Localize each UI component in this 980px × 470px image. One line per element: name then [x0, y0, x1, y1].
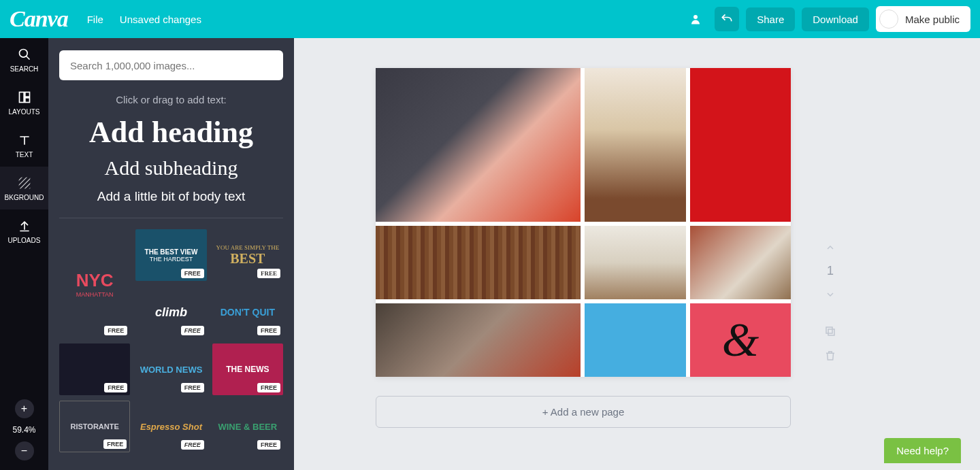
page-up-icon[interactable]: [822, 239, 838, 256]
template-title: NYC: [76, 270, 114, 291]
help-button[interactable]: Need help?: [884, 438, 961, 463]
save-status: Unsaved changes: [120, 14, 201, 25]
free-badge: FREE: [181, 383, 204, 392]
undo-icon[interactable]: [715, 7, 739, 31]
text-template-5[interactable]: FREE: [59, 343, 130, 395]
free-badge: FREE: [181, 440, 204, 450]
download-button[interactable]: Download: [802, 7, 869, 31]
text-template-2[interactable]: BESTYOU ARE SIMPLY THEFREE: [212, 229, 283, 281]
make-public-button[interactable]: Make public: [876, 6, 970, 32]
free-badge: FREE: [104, 383, 127, 392]
rail-layouts-label: LAYOUTS: [9, 108, 40, 116]
template-title: RISTORANTE: [71, 422, 119, 431]
avatar: [879, 10, 898, 29]
template-title: climb: [155, 305, 187, 320]
add-page-button[interactable]: + Add a new page: [376, 396, 791, 428]
canvas-area[interactable]: & + Add a new page 1: [294, 38, 980, 470]
rail-layouts[interactable]: LAYOUTS: [0, 81, 48, 124]
canvas-cell-4[interactable]: [376, 226, 581, 299]
free-badge: FREE: [257, 269, 280, 278]
text-template-12[interactable]: FAIRY STORIESFREE: [135, 458, 206, 470]
template-title: Espresso Shot: [140, 422, 202, 432]
template-subtitle: THE HARDEST: [150, 256, 193, 263]
text-template-0[interactable]: NYCMANHATTANFREE: [59, 229, 130, 338]
svg-rect-3: [19, 93, 24, 103]
svg-rect-4: [24, 93, 29, 97]
template-title: BEST: [230, 251, 265, 267]
page-down-icon[interactable]: [822, 286, 838, 303]
zoom-controls: + 59.4% −: [0, 399, 48, 470]
text-template-11[interactable]: EXHIBITION ON NOWFREE: [59, 458, 130, 470]
delete-page-icon[interactable]: [822, 348, 838, 364]
panel-hint: Click or drag to add text:: [59, 94, 283, 105]
canvas-cell-2[interactable]: [585, 68, 686, 222]
canvas-cell-7[interactable]: [376, 303, 581, 377]
logo[interactable]: Canva: [10, 6, 68, 32]
topbar: Canva File Unsaved changes Share Downloa…: [0, 0, 980, 38]
free-badge: FREE: [181, 269, 204, 278]
add-body-text[interactable]: Add a little bit of body text: [59, 189, 283, 204]
rail-search[interactable]: SEARCH: [0, 38, 48, 81]
free-badge: FREE: [104, 326, 127, 335]
svg-point-1: [19, 50, 27, 58]
design-page[interactable]: &: [376, 68, 791, 377]
text-template-13[interactable]: ONE DFREE: [212, 458, 283, 470]
template-subtitle: MANHATTAN: [76, 291, 114, 298]
file-menu[interactable]: File: [87, 14, 103, 25]
rail-uploads-label: UPLOADS: [8, 237, 41, 244]
text-template-8[interactable]: RISTORANTEFREE: [59, 401, 130, 452]
search-icon: [0, 48, 48, 61]
text-template-1[interactable]: THE BEST VIEWTHE HARDESTFREE: [135, 229, 206, 281]
background-icon: [0, 176, 48, 190]
rail-text[interactable]: TEXT: [0, 124, 48, 167]
free-badge: FREE: [103, 439, 127, 449]
canvas-cell-1[interactable]: [376, 68, 581, 222]
text-icon: [0, 133, 48, 147]
add-heading[interactable]: Add heading: [59, 115, 283, 150]
text-template-9[interactable]: Espresso ShotFREE: [135, 401, 206, 452]
make-public-label: Make public: [905, 14, 960, 25]
zoom-out-button[interactable]: −: [15, 441, 34, 460]
template-title: THE NEWS: [226, 365, 269, 374]
search-input[interactable]: [59, 50, 283, 80]
zoom-in-button[interactable]: +: [15, 399, 34, 418]
share-button[interactable]: Share: [746, 7, 795, 31]
rail-background[interactable]: BKGROUND: [0, 167, 48, 209]
canvas-cell-9[interactable]: &: [690, 303, 791, 377]
zoom-level: 59.4%: [12, 425, 35, 435]
free-badge: FREE: [257, 326, 280, 335]
page-controls: 1: [822, 239, 838, 364]
rail-background-label: BKGROUND: [5, 194, 44, 201]
tool-rail: SEARCH LAYOUTS TEXT BKGROUND UPLOADS: [0, 38, 48, 470]
template-title: WINE & BEER: [218, 422, 277, 432]
panel-divider: [59, 218, 283, 218]
uploads-icon: [0, 219, 48, 233]
rail-uploads[interactable]: UPLOADS: [0, 209, 48, 252]
topbar-right: Share Download Make public: [683, 6, 970, 32]
text-template-7[interactable]: THE NEWSFREE: [212, 343, 283, 395]
text-template-4[interactable]: DON'T QUITFREE: [212, 286, 283, 338]
svg-rect-9: [826, 327, 832, 333]
canvas-cell-6[interactable]: [690, 226, 791, 299]
canvas-cell-5[interactable]: [585, 226, 686, 299]
template-title: THE BEST VIEW: [145, 248, 198, 256]
canvas-cell-3[interactable]: [690, 68, 791, 222]
main: SEARCH LAYOUTS TEXT BKGROUND UPLOADS: [0, 38, 980, 470]
free-badge: FREE: [257, 440, 280, 450]
svg-rect-5: [24, 98, 29, 103]
user-icon[interactable]: [683, 7, 708, 31]
side-panel: Click or drag to add text: Add heading A…: [48, 38, 294, 470]
canvas-cell-8[interactable]: [585, 303, 686, 377]
template-title: DON'T QUIT: [220, 307, 275, 318]
text-template-3[interactable]: climbFREE: [135, 286, 206, 338]
add-subheading[interactable]: Add subheading: [59, 156, 283, 180]
layouts-icon: [0, 90, 48, 104]
text-template-6[interactable]: WORLD NEWSFREE: [135, 343, 206, 395]
svg-point-0: [693, 15, 698, 19]
svg-rect-8: [828, 329, 834, 335]
text-template-10[interactable]: WINE & BEERFREE: [212, 401, 283, 452]
svg-rect-7: [18, 178, 30, 189]
rail-search-label: SEARCH: [10, 65, 39, 73]
copy-page-icon[interactable]: [822, 323, 838, 339]
template-title: WORLD NEWS: [140, 365, 203, 375]
